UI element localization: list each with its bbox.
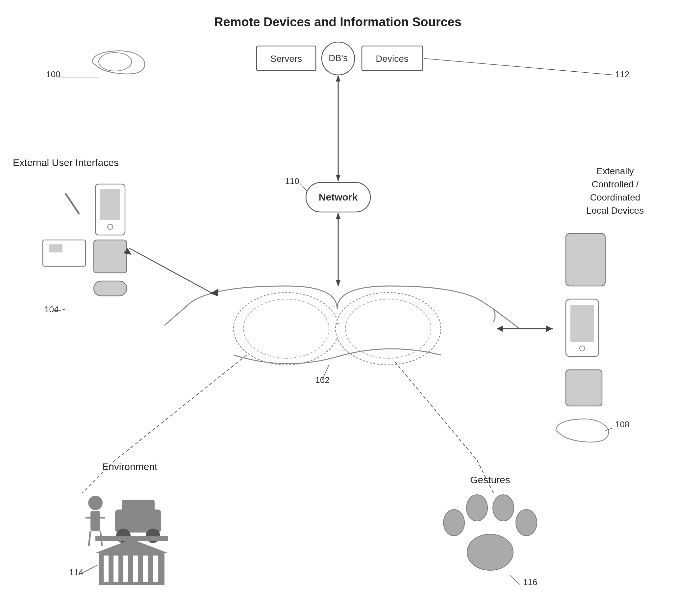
svg-line-59 bbox=[605, 428, 612, 431]
svg-point-85 bbox=[443, 509, 464, 536]
svg-rect-76 bbox=[133, 556, 138, 582]
svg-text:Coordinated: Coordinated bbox=[590, 192, 640, 202]
svg-rect-72 bbox=[99, 552, 165, 585]
svg-point-24 bbox=[345, 299, 431, 358]
svg-point-84 bbox=[467, 534, 513, 570]
svg-point-87 bbox=[493, 495, 514, 521]
svg-text:102: 102 bbox=[315, 375, 329, 385]
svg-point-23 bbox=[243, 299, 329, 358]
svg-marker-40 bbox=[210, 289, 221, 299]
svg-marker-7 bbox=[336, 75, 340, 81]
svg-rect-80 bbox=[95, 536, 168, 541]
svg-point-27 bbox=[99, 53, 131, 71]
svg-marker-8 bbox=[336, 175, 340, 181]
svg-text:Network: Network bbox=[319, 192, 358, 202]
svg-text:100: 100 bbox=[46, 69, 60, 79]
svg-text:Gestures: Gestures bbox=[470, 474, 510, 485]
svg-line-66 bbox=[89, 531, 91, 546]
svg-line-44 bbox=[395, 362, 477, 460]
svg-rect-53 bbox=[566, 233, 605, 286]
svg-text:116: 116 bbox=[523, 577, 537, 587]
svg-rect-4 bbox=[362, 46, 423, 71]
svg-line-67 bbox=[100, 531, 102, 546]
svg-point-32 bbox=[108, 224, 113, 230]
svg-point-71 bbox=[146, 529, 160, 543]
svg-rect-31 bbox=[100, 189, 120, 220]
svg-line-39 bbox=[129, 248, 217, 296]
svg-text:114: 114 bbox=[69, 567, 83, 577]
svg-marker-41 bbox=[123, 248, 131, 255]
svg-rect-35 bbox=[94, 240, 127, 273]
svg-marker-48 bbox=[546, 325, 553, 332]
svg-rect-73 bbox=[104, 556, 109, 582]
svg-rect-57 bbox=[566, 370, 602, 406]
svg-marker-12 bbox=[336, 212, 340, 219]
svg-point-70 bbox=[116, 529, 130, 543]
svg-rect-55 bbox=[570, 305, 594, 342]
svg-rect-74 bbox=[113, 556, 118, 582]
svg-text:Controlled /: Controlled / bbox=[592, 179, 638, 189]
svg-point-63 bbox=[88, 496, 103, 510]
svg-point-56 bbox=[580, 346, 585, 351]
svg-text:Servers: Servers bbox=[270, 54, 302, 64]
svg-rect-54 bbox=[566, 299, 599, 357]
svg-point-2 bbox=[322, 42, 355, 75]
svg-point-18 bbox=[234, 293, 339, 365]
svg-text:Extenally: Extenally bbox=[597, 166, 634, 176]
svg-text:External User Interfaces: External User Interfaces bbox=[13, 157, 119, 168]
svg-line-61 bbox=[322, 365, 329, 380]
svg-marker-47 bbox=[497, 325, 503, 332]
svg-rect-36 bbox=[94, 281, 127, 296]
svg-marker-79 bbox=[95, 539, 168, 553]
svg-line-17 bbox=[425, 59, 614, 75]
svg-rect-33 bbox=[43, 240, 86, 266]
svg-point-88 bbox=[516, 509, 537, 536]
svg-rect-78 bbox=[153, 556, 158, 582]
svg-line-29 bbox=[66, 194, 79, 214]
svg-text:112: 112 bbox=[615, 69, 629, 79]
svg-line-15 bbox=[300, 183, 306, 191]
svg-rect-77 bbox=[143, 556, 148, 582]
svg-text:Devices: Devices bbox=[376, 54, 408, 64]
diagram-container: Remote Devices and Information Sources S… bbox=[0, 0, 676, 616]
svg-text:110: 110 bbox=[285, 176, 299, 186]
svg-text:Local Devices: Local Devices bbox=[586, 205, 644, 215]
title-text: Remote Devices and Information Sources bbox=[214, 15, 461, 29]
svg-point-19 bbox=[336, 293, 441, 365]
svg-line-45 bbox=[477, 460, 494, 493]
svg-line-42 bbox=[115, 355, 247, 460]
svg-line-22 bbox=[494, 309, 520, 329]
svg-text:108: 108 bbox=[615, 419, 629, 429]
svg-text:DB's: DB's bbox=[329, 53, 348, 63]
svg-rect-64 bbox=[91, 511, 100, 531]
svg-rect-75 bbox=[123, 556, 128, 582]
svg-line-43 bbox=[82, 460, 115, 493]
svg-rect-30 bbox=[95, 184, 125, 235]
svg-text:Environment: Environment bbox=[102, 461, 158, 472]
svg-rect-68 bbox=[115, 509, 161, 533]
svg-rect-34 bbox=[49, 244, 62, 252]
svg-text:104: 104 bbox=[44, 304, 59, 314]
svg-point-86 bbox=[466, 495, 488, 521]
svg-rect-69 bbox=[122, 500, 155, 516]
svg-rect-0 bbox=[257, 46, 316, 71]
svg-line-90 bbox=[510, 575, 520, 584]
svg-marker-13 bbox=[336, 280, 340, 287]
svg-line-38 bbox=[53, 309, 66, 312]
svg-rect-9 bbox=[306, 182, 371, 212]
svg-line-21 bbox=[165, 302, 191, 325]
svg-line-82 bbox=[79, 565, 97, 574]
